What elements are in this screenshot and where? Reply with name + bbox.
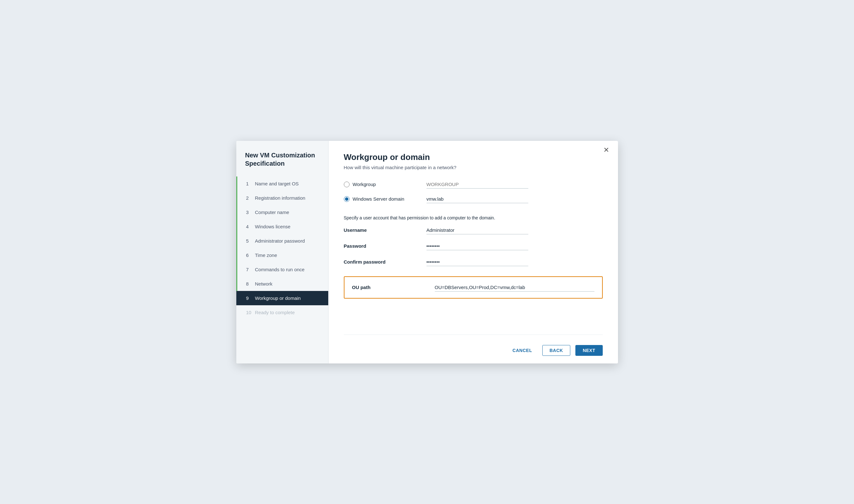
confirm-password-row: Confirm password xyxy=(344,258,603,266)
sidebar-item-number-5: 5 xyxy=(246,238,252,244)
footer: CANCEL BACK NEXT xyxy=(344,335,603,356)
next-button[interactable]: NEXT xyxy=(575,345,602,356)
sidebar-item-label-6: Time zone xyxy=(255,252,277,258)
confirm-password-label: Confirm password xyxy=(344,259,427,265)
sidebar-item-8[interactable]: 8 Network xyxy=(236,277,328,291)
sidebar-item-5[interactable]: 5 Administrator password xyxy=(236,234,328,248)
domain-description: Specify a user account that has permissi… xyxy=(344,215,603,220)
sidebar-item-number-8: 8 xyxy=(246,281,252,287)
password-input[interactable] xyxy=(427,242,528,250)
sidebar-item-number-10: 10 xyxy=(246,310,252,315)
username-row: Username xyxy=(344,226,603,234)
sidebar-item-2[interactable]: 2 Registration information xyxy=(236,191,328,205)
sidebar-item-label-5: Administrator password xyxy=(255,238,305,244)
username-field-container xyxy=(427,226,528,234)
sidebar-item-label-4: Windows license xyxy=(255,224,291,229)
sidebar-item-number-4: 4 xyxy=(246,224,252,229)
sidebar-item-9[interactable]: 9 Workgroup or domain xyxy=(236,291,328,305)
domain-label-text: Windows Server domain xyxy=(353,196,405,202)
sidebar-item-number-3: 3 xyxy=(246,210,252,215)
password-row: Password xyxy=(344,242,603,250)
sidebar-item-10[interactable]: 10 Ready to complete xyxy=(236,305,328,320)
sidebar-item-7[interactable]: 7 Commands to run once xyxy=(236,262,328,277)
username-label: Username xyxy=(344,227,427,233)
username-input[interactable] xyxy=(427,226,528,234)
page-subtitle: How will this virtual machine participat… xyxy=(344,165,603,170)
password-field-container xyxy=(427,242,528,250)
sidebar-item-label-3: Computer name xyxy=(255,210,289,215)
ou-path-label: OU path xyxy=(352,285,435,290)
password-label: Password xyxy=(344,243,427,249)
sidebar-item-number-2: 2 xyxy=(246,195,252,201)
close-button[interactable]: ✕ xyxy=(603,147,609,154)
sidebar-item-4[interactable]: 4 Windows license xyxy=(236,219,328,234)
sidebar-item-label-1: Name and target OS xyxy=(255,181,299,186)
workgroup-radio-label[interactable]: Workgroup xyxy=(344,182,427,187)
sidebar-item-6[interactable]: 6 Time zone xyxy=(236,248,328,262)
sidebar-item-label-7: Commands to run once xyxy=(255,267,305,272)
workgroup-input[interactable] xyxy=(427,180,528,188)
ou-path-section: OU path xyxy=(344,276,603,299)
sidebar-item-label-9: Workgroup or domain xyxy=(255,295,301,301)
sidebar-item-number-7: 7 xyxy=(246,267,252,272)
workgroup-label-text: Workgroup xyxy=(353,182,376,187)
ou-path-input[interactable] xyxy=(435,283,594,292)
domain-radio-label[interactable]: Windows Server domain xyxy=(344,196,427,202)
workgroup-field-container xyxy=(427,180,528,188)
sidebar-item-label-8: Network xyxy=(255,281,272,287)
sidebar-item-number-9: 9 xyxy=(246,295,252,301)
cancel-button[interactable]: CANCEL xyxy=(507,345,537,356)
domain-row: Windows Server domain xyxy=(344,195,603,203)
main-content: ✕ Workgroup or domain How will this virt… xyxy=(328,141,618,363)
sidebar-item-label-2: Registration information xyxy=(255,195,305,201)
page-title: Workgroup or domain xyxy=(344,152,603,162)
confirm-password-field-container xyxy=(427,258,528,266)
domain-input[interactable] xyxy=(427,195,528,203)
sidebar-item-number-6: 6 xyxy=(246,252,252,258)
workgroup-radio[interactable] xyxy=(344,182,350,187)
back-button[interactable]: BACK xyxy=(542,345,570,356)
sidebar-item-3[interactable]: 3 Computer name xyxy=(236,205,328,219)
sidebar-item-label-10: Ready to complete xyxy=(255,310,295,315)
sidebar: New VM CustomizationSpecification 1 Name… xyxy=(236,141,328,363)
sidebar-title: New VM CustomizationSpecification xyxy=(236,151,328,177)
workgroup-row: Workgroup xyxy=(344,180,603,188)
domain-radio[interactable] xyxy=(344,196,350,202)
domain-field-container xyxy=(427,195,528,203)
sidebar-item-number-1: 1 xyxy=(246,181,252,186)
confirm-password-input[interactable] xyxy=(427,258,528,266)
sidebar-item-1[interactable]: 1 Name and target OS xyxy=(236,177,328,191)
modal-dialog: New VM CustomizationSpecification 1 Name… xyxy=(236,141,618,363)
